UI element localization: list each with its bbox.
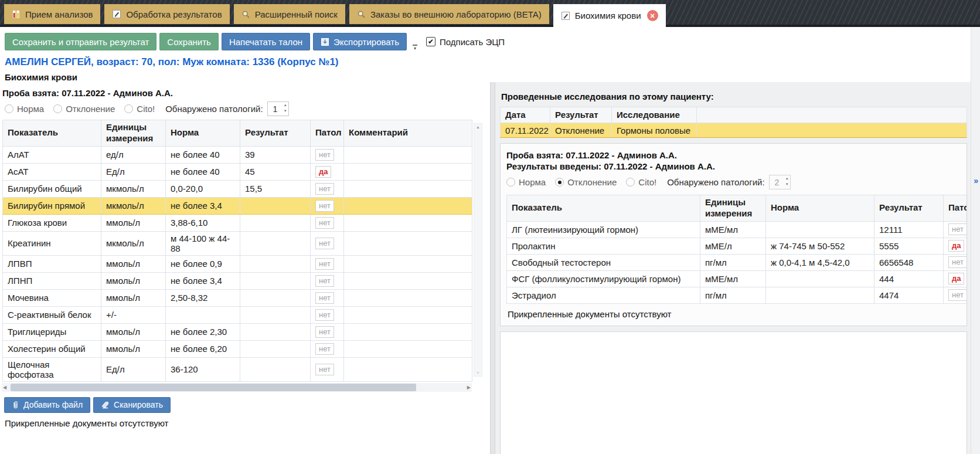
radio-option[interactable]: Отклонение (53, 104, 115, 114)
table-row[interactable]: Эстрадиолпг/мл4474нет (507, 287, 968, 303)
tab-item[interactable]: Обработка результатов (104, 4, 229, 24)
save-and-send-button[interactable]: Сохранить и отправить результат (5, 33, 156, 50)
pathology-flag[interactable]: нет (315, 258, 334, 270)
pathology-flag[interactable]: нет (315, 217, 334, 229)
table-row[interactable]: Билирубин общиймкмоль/л0,0-20,015,5нет (3, 180, 472, 197)
study-cell: Гормоны половые (612, 123, 697, 138)
table-row[interactable]: Мочевинаммоль/л2,50-8,32нет (3, 289, 472, 306)
radio-option[interactable]: Отклонение (555, 177, 617, 187)
export-button[interactable]: Экспортировать (313, 33, 407, 50)
table-row[interactable]: Билирубин прямоймкмоль/лне более 3,4нет (3, 197, 472, 214)
window-vertical-scrollbar[interactable] (971, 27, 980, 454)
table-row[interactable]: ЛПНПммоль/лне более 3,4нет (3, 272, 472, 289)
table-row[interactable]: ЛГ (лютеинизирующий гормон)мМЕ/мл12111не… (507, 221, 968, 238)
pathology-cell: да (944, 270, 968, 287)
units-cell: пг/мл (700, 287, 766, 303)
comment-cell[interactable] (344, 214, 472, 231)
comment-cell[interactable] (344, 306, 472, 323)
pathology-flag[interactable]: нет (315, 183, 334, 195)
table-row[interactable]: С-реактивный белок+/-нет (3, 306, 472, 323)
table-row[interactable]: Глюкоза кровиммоль/л3,88-6,10нет (3, 214, 472, 231)
pathology-flag[interactable]: нет (315, 200, 334, 212)
result-cell[interactable] (240, 357, 311, 381)
comment-cell[interactable] (344, 357, 472, 381)
results-table-horizontal-scrollbar[interactable] (2, 383, 472, 392)
pathology-flag[interactable]: нет (948, 289, 967, 301)
comment-cell[interactable] (344, 289, 472, 306)
table-row[interactable]: АсАТЕд/лне более 4045да (3, 163, 472, 180)
table-row[interactable]: Свободный тестостеронпг/млж 0,0-4,1 м 4,… (507, 254, 968, 270)
print-ticket-button[interactable]: Напечатать талон (222, 33, 310, 50)
result-cell[interactable]: 39 (240, 146, 311, 163)
radio-option[interactable]: Норма (506, 177, 546, 187)
results-table: Показатель Единицы измерения Норма Резул… (2, 120, 472, 382)
details-table: Показатель Единицы измерения Норма Резул… (506, 195, 967, 304)
tab-item[interactable]: Расширенный поиск (234, 4, 345, 24)
result-cell[interactable] (240, 289, 311, 306)
save-button[interactable]: Сохранить (159, 33, 219, 50)
pathology-flag[interactable]: нет (315, 343, 334, 355)
result-cell[interactable]: 45 (240, 163, 311, 180)
result-cell[interactable] (240, 255, 311, 272)
comment-cell[interactable] (344, 146, 472, 163)
comment-cell[interactable] (344, 180, 472, 197)
toolbar-overflow-handle[interactable] (411, 31, 419, 53)
add-file-button[interactable]: Добавить файл (4, 397, 90, 413)
pathology-flag[interactable]: нет (948, 256, 967, 268)
comment-cell[interactable] (344, 340, 472, 357)
pathology-flag[interactable]: нет (315, 275, 334, 287)
comment-cell[interactable] (344, 197, 472, 214)
pathology-flag[interactable]: нет (315, 364, 334, 375)
pathology-flag[interactable]: нет (315, 326, 334, 338)
result-cell[interactable] (240, 340, 311, 357)
comment-cell[interactable] (344, 323, 472, 340)
scrollbar-thumb[interactable] (11, 384, 416, 391)
comment-cell[interactable] (344, 231, 472, 255)
radio-option[interactable]: Норма (5, 104, 44, 114)
result-cell[interactable] (240, 231, 311, 255)
pathology-flag[interactable]: нет (315, 238, 334, 249)
table-row[interactable]: Триглицеридыммоль/лне более 2,30нет (3, 323, 472, 340)
pathology-flag[interactable]: нет (315, 292, 334, 304)
table-row[interactable]: ФСГ (фолликулостимулирующий гормон)мМЕ/м… (507, 270, 968, 287)
pathology-flag[interactable]: нет (315, 149, 334, 161)
norm-cell: не более 0,9 (166, 255, 240, 272)
close-icon[interactable]: × (647, 10, 658, 21)
comment-cell[interactable] (344, 272, 472, 289)
results-table-vertical-scrollbar[interactable] (474, 123, 482, 377)
pathology-flag[interactable]: нет (315, 309, 334, 321)
tab-item[interactable]: Биохимия крови× (553, 4, 666, 27)
radio-option[interactable]: Cito! (626, 177, 656, 187)
stepper-arrows-icon[interactable] (284, 103, 287, 113)
table-row[interactable]: ПролактинмМЕ/лж 74-745 м 50-5525555да (507, 238, 968, 254)
tab-item[interactable]: Прием анализов (4, 4, 100, 24)
scan-button[interactable]: Сканировать (93, 397, 171, 413)
comment-cell[interactable] (344, 163, 472, 180)
pathology-flag[interactable]: да (315, 166, 331, 178)
table-row[interactable]: Щелочная фосфотазаЕд/л36-120нет (3, 357, 472, 381)
tab-item[interactable]: Заказы во внешнюю лабораторию (BETA) (349, 4, 549, 24)
result-cell[interactable] (240, 214, 311, 231)
pathology-flag[interactable]: нет (948, 223, 967, 235)
radio-option[interactable]: Cito! (124, 104, 155, 114)
details-sample-taken-line: Проба взята: 07.11.2022 - Админов А.А. (506, 150, 967, 160)
expand-chevron-icon[interactable]: » (974, 176, 978, 185)
panel-splitter[interactable] (490, 82, 495, 454)
result-cell[interactable] (240, 197, 311, 214)
pathology-count-input[interactable]: 1 (267, 101, 289, 116)
result-cell[interactable] (240, 306, 311, 323)
date-cell: 07.11.2022 (501, 123, 550, 138)
history-row[interactable]: 07.11.2022ОтклонениеГормоны половые (501, 123, 967, 138)
norm-cell: не более 2,30 (166, 323, 240, 340)
pathology-flag[interactable]: да (948, 273, 964, 284)
table-row[interactable]: ЛПВПммоль/лне более 0,9нет (3, 255, 472, 272)
result-cell[interactable] (240, 323, 311, 340)
sign-edc-checkbox[interactable]: Подписать ЭЦП (426, 37, 505, 47)
result-cell[interactable] (240, 272, 311, 289)
pathology-flag[interactable]: да (948, 240, 964, 252)
table-row[interactable]: АлАТед/лне более 4039нет (3, 146, 472, 163)
comment-cell[interactable] (344, 255, 472, 272)
table-row[interactable]: Креатининмкмоль/лм 44-100 ж 44-88нет (3, 231, 472, 255)
table-row[interactable]: Холестерин общийммоль/лне более 6,20нет (3, 340, 472, 357)
result-cell[interactable]: 15,5 (240, 180, 311, 197)
